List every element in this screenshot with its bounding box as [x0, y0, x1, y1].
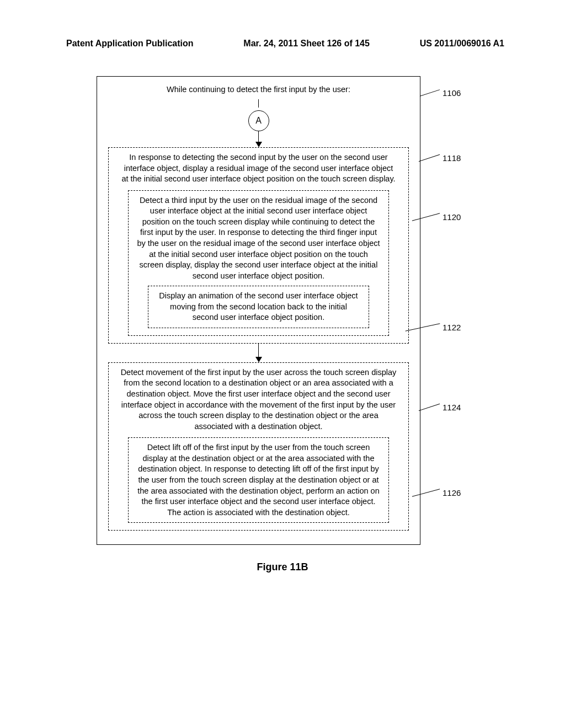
box-1106: While continuing to detect the first inp…	[97, 76, 420, 545]
vline	[258, 131, 259, 142]
patent-page: Patent Application Publication Mar. 24, …	[0, 0, 565, 728]
box-1120: Detect a third input by the user on the …	[128, 190, 389, 336]
arrow	[97, 357, 420, 362]
header-left: Patent Application Publication	[66, 39, 194, 49]
leader-1118	[419, 154, 440, 162]
page-header: Patent Application Publication Mar. 24, …	[0, 39, 565, 49]
vline	[258, 344, 259, 357]
box-1106-heading: While continuing to detect the first inp…	[97, 82, 420, 99]
box-1124-text: Detect movement of the first input by th…	[121, 368, 397, 431]
box-1122-text: Display an animation of the second user …	[159, 291, 358, 322]
header-center: Mar. 24, 2011 Sheet 126 of 145	[243, 39, 370, 49]
connector-a: A	[248, 110, 269, 131]
refnum-1118: 1118	[443, 153, 461, 163]
box-1118: In response to detecting the second inpu…	[108, 147, 409, 344]
box-1118-text: In response to detecting the second inpu…	[121, 153, 395, 183]
leader-1124	[419, 404, 440, 411]
box-1120-text: Detect a third input by the user on the …	[137, 196, 380, 280]
refnum-1106: 1106	[443, 88, 461, 98]
box-1126: Detect lift off of the first input by th…	[128, 437, 389, 523]
arrow	[97, 142, 420, 147]
refnum-1124: 1124	[443, 403, 461, 412]
vline	[258, 99, 259, 108]
figure-label: Figure 11B	[0, 561, 565, 573]
header-right: US 2011/0069016 A1	[420, 39, 504, 49]
refnum-1122: 1122	[443, 323, 461, 332]
box-1122: Display an animation of the second user …	[148, 286, 369, 328]
refnum-1120: 1120	[443, 212, 461, 222]
leader-1106	[420, 89, 440, 97]
box-1124: Detect movement of the first input by th…	[108, 362, 409, 531]
box-1126-text: Detect lift off of the first input by th…	[137, 443, 380, 516]
refnum-1126: 1126	[443, 488, 461, 497]
